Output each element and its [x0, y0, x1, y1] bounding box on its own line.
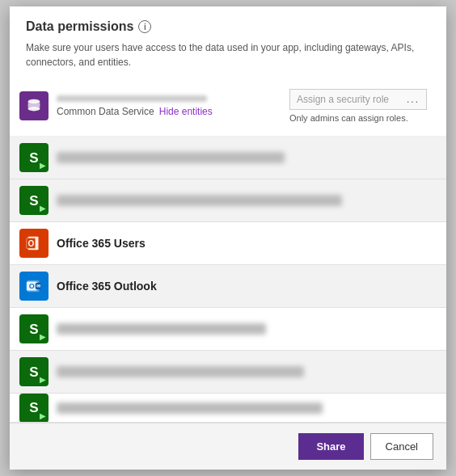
- sp-arrow-5: ▶: [40, 411, 46, 420]
- office365outlook-name: Office 365 Outlook: [57, 280, 437, 293]
- svg-text:O: O: [27, 239, 34, 248]
- dialog-footer: Share Cancel: [10, 423, 446, 470]
- cds-middle: Common Data Service Hide entities: [57, 95, 272, 117]
- connector-row-sharepoint-1: S ▶: [10, 137, 446, 179]
- data-permissions-dialog: Data permissions i Make sure your users …: [10, 6, 446, 470]
- sharepoint-s-letter-2: S: [29, 194, 38, 208]
- sp-arrow-2: ▶: [40, 204, 46, 213]
- info-icon[interactable]: i: [138, 20, 151, 33]
- svg-rect-3: [28, 103, 40, 107]
- connector-row-sharepoint-5: S ▶: [10, 394, 446, 423]
- sharepoint-s-letter-5: S: [29, 401, 38, 415]
- sp-arrow-3: ▶: [40, 332, 46, 341]
- sharepoint-icon-3: S ▶: [19, 314, 49, 343]
- connector-info-o365outlook: Office 365 Outlook: [57, 280, 437, 293]
- sharepoint-icon-1: S ▶: [19, 143, 49, 172]
- connector-row-office365outlook: O ✉ Office 365 Outlook: [10, 265, 446, 308]
- connector-info-o365users: Office 365 Users: [57, 237, 437, 250]
- sp-arrow-4: ▶: [40, 375, 46, 384]
- connector-name-blurred-4: [57, 366, 304, 377]
- share-button[interactable]: Share: [298, 433, 363, 460]
- connector-info-2: [57, 195, 437, 206]
- cds-icon: [19, 91, 49, 120]
- connector-row-sharepoint-3: S ▶: [10, 308, 446, 351]
- connector-name-blurred-2: [57, 195, 342, 206]
- cds-main-row: Common Data Service Hide entities Assign…: [10, 76, 446, 137]
- connector-info-4: [57, 366, 437, 377]
- cancel-button[interactable]: Cancel: [370, 433, 433, 460]
- cds-row: Common Data Service Hide entities Assign…: [10, 76, 446, 137]
- svg-point-2: [28, 107, 40, 112]
- hide-entities-link[interactable]: Hide entities: [159, 106, 213, 117]
- dialog-description: Make sure your users have access to the …: [26, 40, 430, 70]
- cds-label-row: Common Data Service Hide entities: [57, 106, 272, 117]
- connector-name-blurred-5: [57, 402, 323, 414]
- office365users-name: Office 365 Users: [57, 237, 437, 250]
- sharepoint-icon-2: S ▶: [19, 186, 49, 215]
- connector-row-sharepoint-4: S ▶: [10, 351, 446, 394]
- office365users-icon: O: [19, 229, 49, 258]
- role-section: Assign a security role ... Only admins c…: [280, 84, 437, 128]
- connector-info-5: [57, 402, 437, 414]
- sharepoint-s-letter: S: [29, 151, 38, 165]
- sp-arrow: ▶: [40, 161, 46, 170]
- dialog-header: Data permissions i Make sure your users …: [10, 6, 446, 76]
- connector-name-blurred-1: [57, 152, 285, 163]
- title-text: Data permissions: [26, 19, 133, 34]
- content-area: Common Data Service Hide entities Assign…: [10, 76, 446, 423]
- connector-info-3: [57, 323, 437, 335]
- sharepoint-icon-5: S ▶: [19, 394, 49, 423]
- role-placeholder-text: Assign a security role: [297, 94, 389, 105]
- role-dots: ...: [407, 94, 420, 105]
- connector-row-office365users: O Office 365 Users: [10, 222, 446, 265]
- connector-row-sharepoint-2: S ▶: [10, 179, 446, 222]
- sharepoint-s-letter-3: S: [29, 322, 38, 336]
- connector-info-1: [57, 152, 437, 163]
- connector-name-blurred-3: [57, 323, 266, 335]
- sharepoint-icon-4: S ▶: [19, 357, 49, 386]
- assign-role-dropdown[interactable]: Assign a security role ...: [289, 89, 427, 110]
- cds-blurred-name: [57, 95, 207, 102]
- office365outlook-icon: O ✉: [19, 272, 49, 301]
- svg-text:O: O: [29, 282, 35, 290]
- dialog-title: Data permissions i: [26, 19, 430, 34]
- sharepoint-s-letter-4: S: [29, 365, 38, 379]
- admins-note: Only admins can assign roles.: [289, 113, 408, 123]
- cds-service-label: Common Data Service: [57, 106, 154, 117]
- svg-text:✉: ✉: [36, 283, 40, 289]
